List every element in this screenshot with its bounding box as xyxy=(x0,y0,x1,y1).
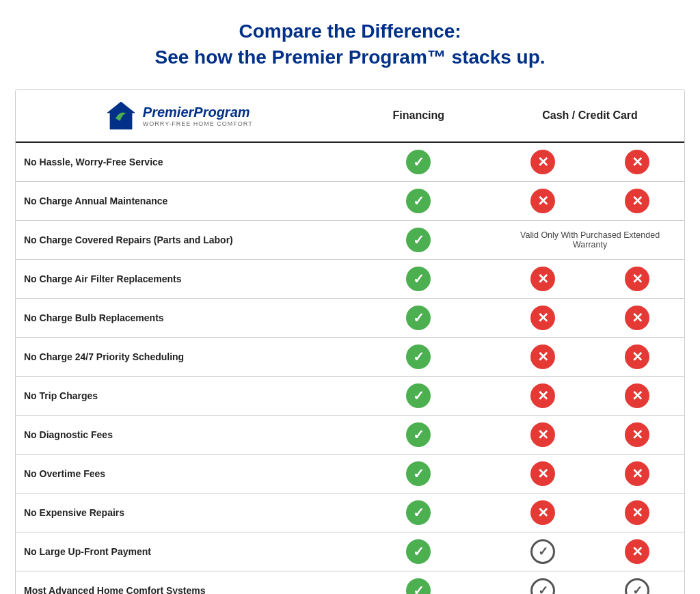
page-header: Compare the Difference: See how the Prem… xyxy=(154,21,545,68)
financing-cell: ✕ xyxy=(496,416,590,455)
red-x-icon: ✕ xyxy=(530,383,555,408)
gray-check-icon: ✓ xyxy=(530,539,555,564)
red-x-icon: ✕ xyxy=(625,383,649,408)
logo-premier: PremierProgram xyxy=(143,105,250,120)
premier-cell: ✓ xyxy=(341,455,496,494)
financing-cell: ✕ xyxy=(496,142,590,182)
cash-cell: ✕ xyxy=(590,299,684,338)
comparison-table-body: No Hassle, Worry-Free Service✓✕✕No Charg… xyxy=(16,142,684,594)
table-header-row: PremierProgram WORRY-FREE HOME COMFORT F… xyxy=(16,90,684,142)
red-x-icon: ✕ xyxy=(530,345,555,369)
premier-logo-icon xyxy=(105,99,137,132)
cash-cell: ✕ xyxy=(590,142,684,182)
green-check-filled-icon: ✓ xyxy=(406,150,431,174)
feature-label: No Hassle, Worry-Free Service xyxy=(16,142,341,182)
green-check-filled-icon: ✓ xyxy=(406,461,431,486)
red-x-icon: ✕ xyxy=(625,150,649,174)
green-check-filled-icon: ✓ xyxy=(406,306,431,330)
red-x-icon: ✕ xyxy=(530,500,555,525)
red-x-icon: ✕ xyxy=(530,150,555,174)
green-check-filled-icon: ✓ xyxy=(406,539,431,564)
red-x-icon: ✕ xyxy=(625,345,649,369)
premier-cell: ✓ xyxy=(341,494,496,532)
feature-label: Most Advanced Home Comfort Systems xyxy=(16,571,341,595)
premier-cell: ✓ xyxy=(341,260,496,299)
financing-cell: ✕ xyxy=(496,182,590,221)
red-x-icon: ✕ xyxy=(625,422,649,447)
green-check-filled-icon: ✓ xyxy=(406,267,431,291)
green-check-filled-icon: ✓ xyxy=(406,345,431,369)
logo-subtext: WORRY-FREE HOME COMFORT xyxy=(143,120,253,127)
red-x-icon: ✕ xyxy=(530,189,555,213)
financing-cell: ✕ xyxy=(496,494,590,532)
table-row: No Charge 24/7 Priority Scheduling✓✕✕ xyxy=(16,338,684,377)
premier-cell: ✓ xyxy=(341,299,496,338)
header-program-col: PremierProgram WORRY-FREE HOME COMFORT xyxy=(16,90,341,142)
table-row: No Diagnostic Fees✓✕✕ xyxy=(16,416,684,455)
gray-check-icon: ✓ xyxy=(530,578,555,594)
premier-cell: ✓ xyxy=(341,532,496,571)
financing-cell: ✕ xyxy=(496,299,590,338)
red-x-icon: ✕ xyxy=(530,267,555,291)
table-row: No Large Up-Front Payment✓✓✕ xyxy=(16,532,684,571)
financing-cell: ✕ xyxy=(496,377,590,416)
premier-cell: ✓ xyxy=(341,338,496,377)
feature-label: No Expensive Repairs xyxy=(16,494,341,532)
table-row: No Charge Covered Repairs (Parts and Lab… xyxy=(16,221,684,260)
feature-label: No Overtime Fees xyxy=(16,455,341,494)
financing-cell: ✕ xyxy=(496,455,590,494)
header-financing-col: Financing xyxy=(341,90,496,142)
financing-cell: ✕ xyxy=(496,338,590,377)
red-x-icon: ✕ xyxy=(530,306,555,330)
financing-cell: ✓ xyxy=(496,571,590,595)
premier-cell: ✓ xyxy=(341,571,496,595)
red-x-icon: ✕ xyxy=(625,306,649,330)
premier-cell: ✓ xyxy=(341,377,496,416)
gray-check-icon: ✓ xyxy=(625,578,649,594)
feature-label: No Charge Bulb Replacements xyxy=(16,299,341,338)
feature-label: No Diagnostic Fees xyxy=(16,416,341,455)
green-check-filled-icon: ✓ xyxy=(406,578,431,594)
title-line1: Compare the Difference: xyxy=(154,21,545,42)
red-x-icon: ✕ xyxy=(530,422,555,447)
green-check-filled-icon: ✓ xyxy=(406,228,431,252)
financing-cell: ✕ xyxy=(496,260,590,299)
feature-label: No Charge 24/7 Priority Scheduling xyxy=(16,338,341,377)
table-row: Most Advanced Home Comfort Systems✓✓✓ xyxy=(16,571,684,595)
table-row: No Charge Air Filter Replacements✓✕✕ xyxy=(16,260,684,299)
green-check-filled-icon: ✓ xyxy=(406,189,431,213)
feature-label: No Trip Charges xyxy=(16,377,341,416)
header-cash-col: Cash / Credit Card xyxy=(496,90,684,142)
premier-cell: ✓ xyxy=(341,221,496,260)
cash-cell: ✕ xyxy=(590,532,684,571)
premier-cell: ✓ xyxy=(341,182,496,221)
red-x-icon: ✕ xyxy=(625,267,649,291)
cash-cell: ✕ xyxy=(590,377,684,416)
red-x-icon: ✕ xyxy=(625,189,649,213)
table-row: No Trip Charges✓✕✕ xyxy=(16,377,684,416)
green-check-filled-icon: ✓ xyxy=(406,500,431,525)
cash-cell: ✕ xyxy=(590,416,684,455)
warranty-note-cell: Valid Only With Purchased Extended Warra… xyxy=(496,221,684,260)
green-check-filled-icon: ✓ xyxy=(406,383,431,408)
cash-cell: ✓ xyxy=(590,571,684,595)
comparison-table-wrapper: PremierProgram WORRY-FREE HOME COMFORT F… xyxy=(15,89,685,594)
table-row: No Overtime Fees✓✕✕ xyxy=(16,455,684,494)
feature-label: No Charge Annual Maintenance xyxy=(16,182,341,221)
feature-label: No Charge Covered Repairs (Parts and Lab… xyxy=(16,221,341,260)
premier-cell: ✓ xyxy=(341,416,496,455)
cash-cell: ✕ xyxy=(590,338,684,377)
financing-cell: ✓ xyxy=(496,532,590,571)
feature-label: No Large Up-Front Payment xyxy=(16,532,341,571)
red-x-icon: ✕ xyxy=(625,500,649,525)
table-row: No Charge Bulb Replacements✓✕✕ xyxy=(16,299,684,338)
red-x-icon: ✕ xyxy=(625,461,649,486)
cash-cell: ✕ xyxy=(590,260,684,299)
cash-cell: ✕ xyxy=(590,182,684,221)
table-row: No Charge Annual Maintenance✓✕✕ xyxy=(16,182,684,221)
green-check-filled-icon: ✓ xyxy=(406,422,431,447)
cash-cell: ✕ xyxy=(590,494,684,532)
table-row: No Expensive Repairs✓✕✕ xyxy=(16,494,684,532)
title-line2: See how the Premier Program™ stacks up. xyxy=(154,46,545,68)
red-x-icon: ✕ xyxy=(625,539,649,564)
